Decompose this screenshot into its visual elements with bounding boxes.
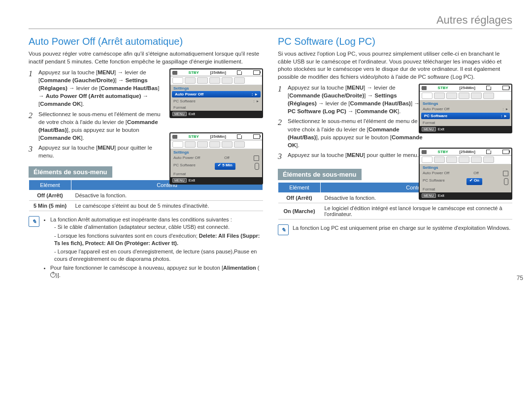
screenshot-left-2: STBY [254Min] Settings <box>169 132 263 185</box>
submenu-selected: 5 Min <box>215 163 235 170</box>
sd-card-icon <box>237 70 242 75</box>
step-1: 1 Appuyez sur la touche [MENU] → levier … <box>278 84 426 115</box>
status-time: [254Min] <box>210 134 226 139</box>
step-1-text: Appuyez sur la touche [MENU] → levier de… <box>38 68 165 108</box>
battery-icon <box>253 134 260 139</box>
intro-pc-software: Si vous activez l'option Log PC, vous po… <box>278 50 512 81</box>
manual-page: Autres réglages Auto Power Off (Arrêt au… <box>0 0 532 290</box>
status-stby: STBY <box>438 150 448 154</box>
menu-item: Format <box>170 104 262 111</box>
submenu-subhead: Éléments de sous-menu <box>29 166 112 178</box>
note-block-left: ✎ La fonction Arrêt automatique est inop… <box>29 216 263 281</box>
screenshot-left-1: STBY [254Min] Settings <box>169 68 263 118</box>
menu-item-selected: PC Software: ▸ <box>421 113 510 119</box>
menu-item: PC Software : ▸ <box>170 98 262 104</box>
menu-button-icon: MENU <box>172 178 187 183</box>
status-time: [254Min] <box>459 86 475 90</box>
submenu-selected: On <box>466 178 482 185</box>
tab-icon <box>222 77 233 84</box>
camcorder-icon <box>172 71 177 75</box>
camcorder-icon <box>422 150 427 154</box>
menu-item: PC Software 5 Min <box>170 162 262 171</box>
tab-icon <box>172 77 183 84</box>
menu-tab-row <box>170 76 262 85</box>
tab-icon <box>234 77 245 84</box>
submenu-subhead: Éléments de sous-menu <box>278 169 362 180</box>
battery-icon <box>253 70 260 75</box>
menu-item: Auto Power Off: ▸ <box>420 106 511 112</box>
menu-title: Settings <box>170 85 262 91</box>
note-icon: ✎ <box>278 224 289 235</box>
menu-title: Settings <box>170 149 262 155</box>
tab-icon <box>185 77 196 84</box>
menu-item: Format <box>420 120 511 126</box>
page-header-bar: Autres réglages <box>29 14 512 29</box>
camcorder-icon <box>172 135 177 139</box>
menu-tab-row <box>420 92 511 100</box>
column-left: Auto Power Off (Arrêt automatique) Vous … <box>29 35 263 281</box>
menu-item-selected: Auto Power Off : ▸ <box>172 91 261 97</box>
step-2: 2 Sélectionnez le sous-menu et l'élément… <box>29 110 165 142</box>
menu-button-icon: MENU <box>422 127 436 131</box>
col-element: Elément <box>29 180 71 190</box>
note-block-right: ✎ La fonction Log PC est uniquement pris… <box>278 224 512 235</box>
table-row: On (Marche) Le logiciel d'édition intégr… <box>278 203 512 219</box>
column-right: PC Software (Log PC) Si vous activez l'o… <box>278 35 512 281</box>
menu-tab-row <box>170 140 262 149</box>
status-time: [254Min] <box>459 150 475 154</box>
battery-icon <box>502 150 509 154</box>
intro-auto-power-off: Vous pouvez régler votre caméscope afin … <box>29 50 263 65</box>
sd-card-icon <box>486 86 491 90</box>
tab-icon <box>209 141 220 148</box>
step-3: 3 Appuyez sur la touche [MENU] pour quit… <box>278 151 426 162</box>
step-2: 2 Sélectionnez le sous-menu et l'élément… <box>278 117 426 149</box>
tab-icon <box>222 141 233 148</box>
tab-icon <box>209 77 220 84</box>
tab-icon <box>197 77 208 84</box>
camcorder-icon <box>422 86 427 90</box>
menu-button-icon: MENU <box>422 193 436 198</box>
clock-icon <box>254 156 259 161</box>
menu-item: Format <box>170 171 262 177</box>
heading-pc-software: PC Software (Log PC) <box>278 36 512 47</box>
step-3: 3 Appuyez sur la touche [MENU] pour quit… <box>29 144 165 159</box>
menu-item: PC Software On <box>420 177 511 186</box>
status-stby: STBY <box>189 70 199 75</box>
menu-item: Auto Power Off Off <box>420 170 511 177</box>
tab-icon <box>185 141 196 148</box>
scrollbar-icon <box>255 163 259 170</box>
sd-card-icon <box>486 150 491 154</box>
table-row: Off (Arrêt) Désactive la fonction. <box>29 190 263 201</box>
screenshot-right-1: STBY [254Min] Settings Auto Power Off: ▸… <box>419 84 512 133</box>
menu-button-icon: MENU <box>172 112 187 116</box>
tab-icon <box>172 141 183 148</box>
menu-tab-row <box>420 156 511 164</box>
note-icon: ✎ <box>29 216 39 227</box>
tab-icon <box>197 141 208 148</box>
status-stby: STBY <box>189 134 199 139</box>
sd-card-icon <box>237 134 242 139</box>
heading-auto-power-off: Auto Power Off (Arrêt automatique) <box>29 36 263 47</box>
menu-item: Format <box>420 186 511 192</box>
scrollbar-icon <box>504 178 508 185</box>
page-header-title: Autres réglages <box>436 14 512 29</box>
power-icon <box>50 272 56 278</box>
status-stby: STBY <box>438 86 448 90</box>
step-1: 1 Appuyez sur la touche [MENU] → levier … <box>29 68 165 108</box>
status-time: [254Min] <box>210 70 226 75</box>
table-row: 5 Min (5 min) Le caméscope s'éteint au b… <box>29 201 263 211</box>
mode-icon <box>503 171 508 176</box>
menu-item: Auto Power Off Off <box>170 155 262 162</box>
screenshot-right-2: STBY [254Min] Settings Auto Power Off Of… <box>419 148 512 200</box>
tab-icon <box>234 141 245 148</box>
battery-icon <box>502 86 509 90</box>
step-2-text: Sélectionnez le sous-menu et l'élément d… <box>38 110 165 142</box>
page-number: 75 <box>517 275 523 281</box>
step-3-text: Appuyez sur la touche [MENU] pour quitte… <box>38 144 165 159</box>
